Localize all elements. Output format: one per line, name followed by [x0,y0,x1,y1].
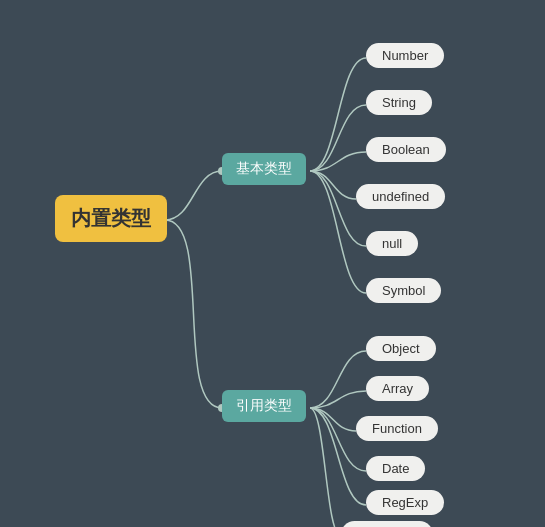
boolean-label: Boolean [382,142,430,157]
object-label: Object [382,341,420,356]
root-label: 内置类型 [71,205,151,232]
leaf-number: Number [366,43,444,68]
leaf-date: Date [366,456,425,481]
ref-label: 引用类型 [236,397,292,415]
root-node: 内置类型 [55,195,167,242]
leaf-function: Function [356,416,438,441]
symbol-label: Symbol [382,283,425,298]
string-label: String [382,95,416,110]
basic-label: 基本类型 [236,160,292,178]
number-label: Number [382,48,428,63]
leaf-regexp: RegExp [366,490,444,515]
leaf-symbol: Symbol [366,278,441,303]
leaf-boolean: Boolean [366,137,446,162]
function-label: Function [372,421,422,436]
leaf-null: null [366,231,418,256]
leaf-object: Object [366,336,436,361]
undefined-label: undefined [372,189,429,204]
array-label: Array [382,381,413,396]
mid-node-basic: 基本类型 [222,153,306,185]
regexp-label: RegExp [382,495,428,510]
null-label: null [382,236,402,251]
leaf-undefined: undefined [356,184,445,209]
date-label: Date [382,461,409,476]
leaf-array: Array [366,376,429,401]
mid-node-ref: 引用类型 [222,390,306,422]
leaf-wrapper: 基本包装类型 [341,521,433,527]
leaf-string: String [366,90,432,115]
